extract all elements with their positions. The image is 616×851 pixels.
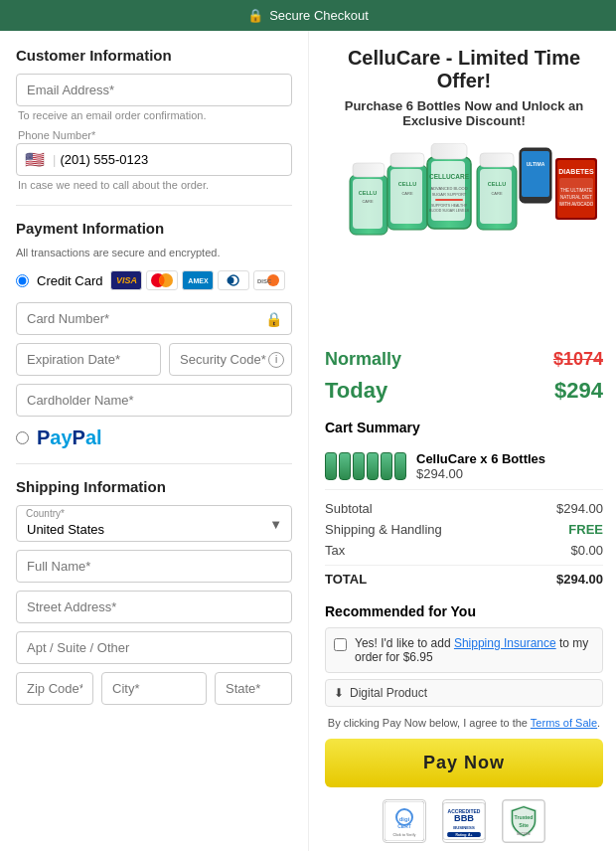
trustedsite-badge: Trusted Site SECURE	[502, 799, 545, 843]
country-select-wrapper: Country* United States Canada United Kin…	[16, 505, 292, 542]
total-value: $294.00	[556, 572, 603, 587]
tax-line: Tax $0.00	[325, 540, 603, 561]
offer-subtitle: Purchase 6 Bottles Now and Unlock an Exc…	[325, 98, 603, 128]
recommended-section: Recommended for You Yes! I'd like to add…	[325, 603, 603, 707]
state-input[interactable]	[215, 672, 292, 705]
flag-icon: 🇺🇸	[25, 150, 45, 169]
svg-rect-9	[353, 179, 383, 229]
svg-rect-28	[480, 169, 512, 224]
cart-item: CelluCare x 6 Bottles $294.00	[325, 443, 603, 490]
normally-price: $1074	[553, 349, 603, 370]
svg-rect-18	[431, 143, 467, 159]
tax-value: $0.00	[570, 543, 603, 558]
normally-label: Normally	[325, 349, 401, 370]
pay-now-button[interactable]: Pay Now	[325, 739, 603, 787]
card-number-input[interactable]	[16, 302, 292, 335]
svg-text:CERT: CERT	[397, 823, 411, 829]
phone-input[interactable]	[60, 152, 283, 167]
fullname-group	[16, 550, 292, 583]
svg-text:SUPPORTS HEALTHY: SUPPORTS HEALTHY	[431, 204, 468, 208]
credit-card-radio-label[interactable]: Credit Card	[16, 273, 102, 288]
payment-subtitle: All transactions are secure and encrypte…	[16, 247, 292, 258]
svg-text:THE ULTIMATE: THE ULTIMATE	[560, 188, 592, 193]
shipping-insurance-link[interactable]: Shipping Insurance	[454, 636, 556, 650]
svg-text:CARE: CARE	[401, 191, 412, 196]
phone-wrapper[interactable]: 🇺🇸 |	[16, 143, 292, 176]
svg-text:Trusted: Trusted	[515, 814, 534, 820]
shipping-section: Shipping Information Country* United Sta…	[16, 478, 292, 705]
svg-text:SUGAR SUPPORT: SUGAR SUPPORT	[432, 192, 467, 197]
email-group: To receive an email order confirmation.	[16, 74, 292, 121]
digicert-icon: digi CERT Click to Verify	[383, 799, 426, 843]
apt-input[interactable]	[16, 631, 292, 664]
today-price: $294	[554, 378, 603, 404]
street-group	[16, 591, 292, 623]
summary-lines: Subtotal $294.00 Shipping & Handling FRE…	[325, 498, 603, 590]
security-info-icon[interactable]: i	[268, 352, 284, 368]
apt-group	[16, 631, 292, 664]
tax-label: Tax	[325, 543, 345, 558]
mini-bottle-3	[353, 452, 365, 480]
expiration-input[interactable]	[16, 343, 161, 376]
svg-text:digi: digi	[399, 816, 410, 822]
svg-text:ULTIMA: ULTIMA	[527, 161, 545, 167]
street-input[interactable]	[16, 591, 292, 623]
email-field[interactable]	[16, 74, 292, 106]
zip-city-state-row	[16, 672, 292, 705]
terms-of-sale-link[interactable]: Terms of Sale	[531, 717, 597, 729]
phone-group: Phone Number* 🇺🇸 | In case we need to ca…	[16, 129, 292, 191]
right-panel: CelluCare - Limited Time Offer! Purchase…	[308, 31, 616, 851]
svg-rect-13	[390, 153, 424, 167]
mini-bottle-6	[394, 452, 406, 480]
trust-badges: digi CERT Click to Verify ACCREDITED BBB…	[325, 799, 603, 843]
svg-text:CELLU: CELLU	[359, 190, 377, 196]
svg-text:DISC: DISC	[257, 278, 272, 284]
svg-text:CELLU: CELLU	[398, 181, 416, 187]
email-hint: To receive an email order confirmation.	[16, 109, 292, 121]
credit-card-option[interactable]: Credit Card VISA AMEX	[16, 270, 292, 290]
mini-bottle-4	[367, 452, 379, 480]
total-line: TOTAL $294.00	[325, 565, 603, 590]
digital-product-row: ⬇ Digital Product	[325, 679, 603, 707]
shipping-insurance-checkbox[interactable]	[334, 638, 347, 651]
cart-item-name: CelluCare x 6 Bottles	[416, 451, 545, 466]
svg-text:DIABETES: DIABETES	[558, 168, 594, 175]
svg-text:CARE: CARE	[362, 199, 373, 204]
card-icons: VISA AMEX	[110, 270, 285, 290]
svg-text:BUSINESS: BUSINESS	[453, 825, 475, 830]
zip-input[interactable]	[16, 672, 93, 705]
digital-product-label: Digital Product	[350, 686, 427, 700]
shipping-insurance-label: Yes! I'd like to add Shipping Insurance …	[355, 636, 594, 664]
phone-label: Phone Number*	[16, 129, 292, 141]
cardholder-name-input[interactable]	[16, 384, 292, 417]
discover-icon: DISC	[253, 270, 285, 290]
credit-card-radio[interactable]	[16, 274, 29, 287]
visa-icon: VISA	[110, 270, 142, 290]
left-panel: Customer Information To receive an email…	[0, 31, 308, 851]
payment-section: Payment Information All transactions are…	[16, 220, 292, 449]
cart-item-details: CelluCare x 6 Bottles $294.00	[416, 451, 545, 481]
subtotal-line: Subtotal $294.00	[325, 498, 603, 519]
paypal-option[interactable]: PayPal	[16, 426, 292, 449]
bbb-icon: ACCREDITED BBB BUSINESS Rating: A+	[442, 799, 486, 843]
mini-bottle-5	[381, 452, 392, 480]
phone-hint: In case we need to call about the order.	[16, 179, 292, 191]
total-label: TOTAL	[325, 572, 367, 587]
offer-title: CelluCare - Limited Time Offer!	[325, 47, 603, 92]
fullname-input[interactable]	[16, 550, 292, 583]
customer-info-title: Customer Information	[16, 47, 292, 64]
country-label: Country*	[26, 508, 65, 519]
mini-bottle-1	[325, 452, 337, 480]
shipping-value: FREE	[568, 522, 603, 537]
city-input[interactable]	[101, 672, 207, 705]
shipping-line: Shipping & Handling FREE	[325, 519, 603, 540]
mini-bottle-2	[339, 452, 351, 480]
svg-text:SECURE: SECURE	[517, 832, 532, 836]
paypal-radio[interactable]	[16, 431, 29, 444]
svg-text:ADVANCED BLOOD: ADVANCED BLOOD	[430, 186, 467, 191]
recommended-title: Recommended for You	[325, 603, 603, 619]
card-number-group: 🔒	[16, 302, 292, 335]
subtotal-label: Subtotal	[325, 501, 373, 516]
pricing-today-row: Today $294	[325, 374, 603, 408]
shipping-label: Shipping & Handling	[325, 522, 442, 537]
